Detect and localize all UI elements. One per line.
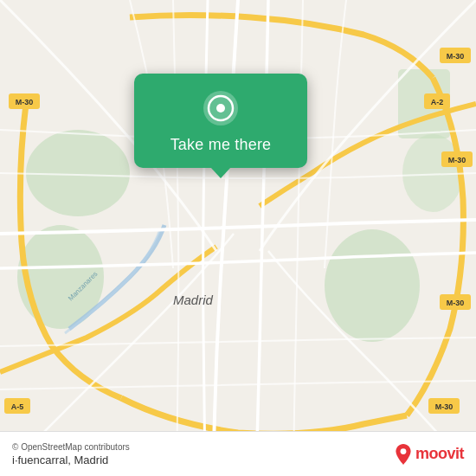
map-attribution: © OpenStreetMap contributors [12,442,130,452]
svg-text:M-30: M-30 [435,402,453,411]
svg-text:A-2: A-2 [431,98,444,106]
map-container: M-30 M-30 M-30 M-30 M-30 A-2 A-5 Manzana… [0,0,476,476]
svg-text:M-30: M-30 [447,299,465,307]
location-popup[interactable]: Take me there [134,74,307,168]
svg-text:M-30: M-30 [16,98,34,106]
svg-point-22 [216,104,225,113]
svg-text:A-5: A-5 [11,402,24,411]
city-label: Madrid [173,293,213,307]
svg-point-2 [325,229,420,342]
moovit-pin-icon [395,444,412,465]
svg-point-0 [26,130,130,216]
svg-text:M-30: M-30 [448,156,466,164]
svg-text:M-30: M-30 [447,52,465,61]
bottom-bar: © OpenStreetMap contributors i·fuencarra… [0,431,476,476]
take-me-there-button[interactable]: Take me there [170,134,272,156]
location-name: i·fuencarral, Madrid [12,453,130,466]
map-roads: M-30 M-30 M-30 M-30 M-30 A-2 A-5 Manzana… [0,0,476,476]
location-pin-icon [202,89,240,127]
moovit-logo: moovit [395,444,464,465]
moovit-brand-text: moovit [415,445,464,463]
svg-point-23 [401,448,407,454]
